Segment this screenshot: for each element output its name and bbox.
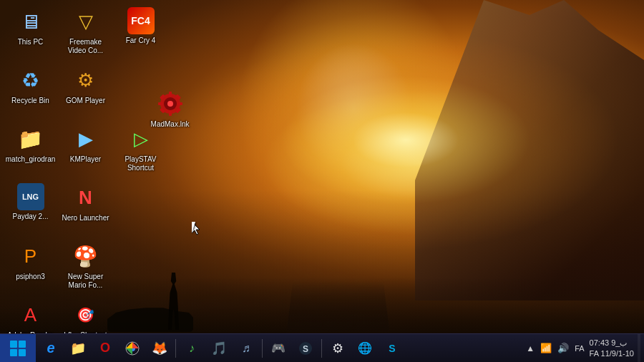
desktop-icon-freemake[interactable]: ▽ Freemake Video Co... <box>59 4 112 61</box>
tray-language-icon[interactable]: FA <box>573 343 585 354</box>
thispc-label: This PC <box>18 38 44 47</box>
taskbar-firefox[interactable]: 🦊 <box>147 336 172 361</box>
start-button[interactable] <box>0 334 36 363</box>
svg-rect-6 <box>177 102 182 105</box>
desktop-icon-thispc[interactable]: 🖥 This PC <box>4 4 57 61</box>
mario-label: New Super Mario Fo... <box>61 273 110 290</box>
svg-rect-3 <box>169 92 172 97</box>
svg-rect-4 <box>169 111 172 116</box>
taskbar-ie[interactable]: e <box>38 336 64 361</box>
taskbar: e 📁 O 🦊 ♪ 🎵 ♬ 🎮 <box>0 333 644 362</box>
thispc-icon: 🖥 <box>16 7 45 36</box>
farcry4-icon: FC4 <box>127 7 155 34</box>
desktop-icon-recycle[interactable]: ♻ Recycle Bin <box>4 62 57 119</box>
taskbar-divider-2 <box>262 339 263 358</box>
show-desktop-button[interactable] <box>638 334 640 362</box>
system-tray: ▲ 📶 🔊 FA ب_9 07:43 FA 11/9/1-10 <box>521 334 644 362</box>
taskbar-network[interactable]: 🌐 <box>352 336 378 361</box>
madmax-label: MadMax.lnk <box>151 120 190 129</box>
nero-icon: N <box>72 183 100 212</box>
svg-rect-5 <box>158 102 163 105</box>
taskbar-foobar[interactable]: ♬ <box>233 336 259 361</box>
folder-icon: 📁 <box>16 124 45 153</box>
desktop-icon-gom[interactable]: ⚙ GOM Player <box>59 62 112 119</box>
logo-br <box>19 349 26 356</box>
clock-display[interactable]: ب_9 07:43 FA 11/9/1-10 <box>586 338 638 358</box>
svg-point-2 <box>167 101 173 107</box>
road <box>286 281 390 336</box>
lng-icon: LNG <box>17 183 44 210</box>
logo-tr <box>19 341 26 348</box>
gom-icon: ⚙ <box>72 66 100 94</box>
taskbar-divider-3 <box>321 339 322 358</box>
tray-icons: ▲ 📶 🔊 FA <box>525 341 585 355</box>
kmplayer-label: KMPlayer <box>70 155 101 164</box>
gom-label: GOM Player <box>66 97 105 105</box>
desktop-icon-lng[interactable]: LNG Payday 2... <box>4 180 57 237</box>
recycle-icon: ♻ <box>16 66 45 94</box>
taskbar-divider-1 <box>175 339 176 358</box>
taskbar-chrome[interactable] <box>119 336 145 361</box>
clock-date: FA 11/9/1-10 <box>590 348 634 358</box>
desktop-icon-mario[interactable]: 🍄 New Super Mario Fo... <box>59 238 112 295</box>
recycle-label: Recycle Bin <box>11 97 49 105</box>
taskbar-skype[interactable]: S <box>379 336 405 361</box>
psiphon-label: psiphon3 <box>16 273 45 281</box>
desktop: 🖥 This PC ▽ Freemake Video Co... FC4 Far… <box>0 0 644 362</box>
desktop-icon-farcry4[interactable]: FC4 Far Cry 4 <box>114 4 167 61</box>
taskbar-pinned-icons: e 📁 O 🦊 ♪ 🎵 ♬ 🎮 <box>36 334 407 362</box>
freemake-icon: ▽ <box>72 7 100 36</box>
psiphon-icon: P <box>16 242 45 270</box>
farcry4-label: Far Cry 4 <box>126 36 156 45</box>
taskbar-itunes[interactable]: 🎵 <box>206 336 232 361</box>
kmplayer-icon: ▶ <box>72 124 100 153</box>
desktop-icon-psiphon[interactable]: P psiphon3 <box>4 238 57 295</box>
taskbar-winamp[interactable]: ♪ <box>179 336 205 361</box>
nero-label: Nero Launcher <box>62 214 109 222</box>
desktop-icon-nero[interactable]: N Nero Launcher <box>59 180 112 237</box>
taskbar-uplay[interactable]: 🎮 <box>265 336 291 361</box>
freemake-label: Freemake Video Co... <box>61 38 110 55</box>
logo-bl <box>10 349 17 356</box>
mario-icon: 🍄 <box>72 242 100 270</box>
madmax-icon <box>156 89 185 118</box>
lng-label: Payday 2... <box>12 212 48 221</box>
playstv-label: PlaySTAV Shortcut <box>116 155 165 172</box>
logo-tl <box>10 341 17 348</box>
windows-logo <box>10 341 26 356</box>
svg-text:S: S <box>303 344 308 354</box>
taskbar-opera[interactable]: O <box>92 336 118 361</box>
taskbar-settings[interactable]: ⚙ <box>325 336 351 361</box>
tray-volume-icon[interactable]: 🔊 <box>556 341 570 355</box>
desktop-icon-kmplayer[interactable]: ▶ KMPlayer <box>59 121 112 178</box>
tray-arrow[interactable]: ▲ <box>525 342 536 355</box>
taskbar-explorer[interactable]: 📁 <box>65 336 91 361</box>
tray-network-icon[interactable]: 📶 <box>539 341 553 355</box>
desktop-icon-madmax[interactable]: MadMax.lnk <box>143 86 197 132</box>
desktop-icons-grid: 🖥 This PC ▽ Freemake Video Co... FC4 Far… <box>4 4 167 362</box>
clock-time: ب_9 07:43 <box>590 338 628 348</box>
taskbar-steam[interactable]: S <box>293 336 318 361</box>
adobe-icon: A <box>16 300 45 329</box>
folder-label: match_girodran <box>6 155 55 164</box>
bfh-icon: 🎯 <box>72 300 100 329</box>
desktop-icon-folder[interactable]: 📁 match_girodran <box>4 121 57 178</box>
